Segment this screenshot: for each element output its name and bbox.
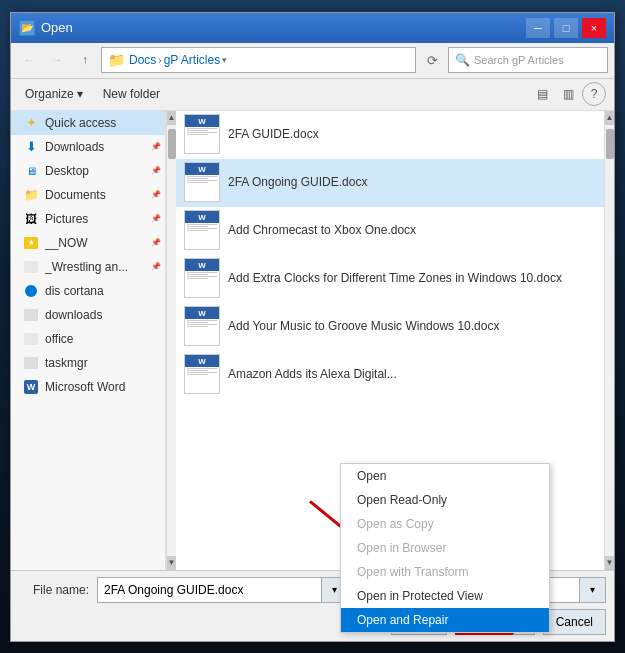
search-icon: 🔍 [455,53,470,67]
downloads2-icon [23,307,39,323]
pin-icon-pics: 📌 [151,214,161,223]
filename-input[interactable]: 2FA Ongoing GUIDE.docx [97,577,322,603]
organize-button[interactable]: Organize ▾ [19,82,89,106]
dropdown-item-copy: Open as Copy [341,512,549,536]
sidebar-scrollbar: ▲ ▼ [166,111,176,570]
breadcrumb: Docs › gP Articles ▾ [129,53,227,67]
now-icon: ★ [23,235,39,251]
new-folder-button[interactable]: New folder [97,82,166,106]
address-bar[interactable]: 📁 Docs › gP Articles ▾ [101,47,416,73]
sidebar-item-desktop[interactable]: 🖥 Desktop 📌 [11,159,165,183]
file-icon-6: W [184,354,220,394]
desktop-icon: 🖥 [23,163,39,179]
dropdown-item-open[interactable]: Open [341,464,549,488]
search-placeholder: Search gP Articles [474,54,564,66]
pin-icon: 📌 [151,142,161,151]
nav-toolbar: ← → ↑ 📁 Docs › gP Articles ▾ ⟳ 🔍 Search … [11,43,614,79]
sidebar-item-wrestling[interactable]: _Wrestling an... 📌 [11,255,165,279]
search-box[interactable]: 🔍 Search gP Articles [448,47,608,73]
sidebar-item-now[interactable]: ★ __NOW 📌 [11,231,165,255]
file-item-4[interactable]: W Add Extra Clocks for Different Time Zo… [176,255,604,303]
dialog-title: Open [41,20,526,35]
refresh-button[interactable]: ⟳ [420,48,444,72]
view-toggle-button[interactable]: ▤ [530,82,554,106]
sidebar-item-taskmgr[interactable]: taskmgr [11,351,165,375]
sidebar-scroll-down[interactable]: ▼ [167,556,177,570]
word-icon: W [23,379,39,395]
open-dropdown-menu: Open Open Read-Only Open as Copy Open in… [340,463,550,633]
filename-label: File name: [19,583,89,597]
cancel-button[interactable]: Cancel [543,609,606,635]
office-icon [23,331,39,347]
sidebar-item-documents[interactable]: 📁 Documents 📌 [11,183,165,207]
up-button[interactable]: ↑ [73,48,97,72]
quick-access-icon: ✦ [23,115,39,131]
file-item-1[interactable]: W 2FA GUIDE.docx [176,111,604,159]
forward-button[interactable]: → [45,48,69,72]
sidebar-item-downloads2[interactable]: downloads [11,303,165,327]
sidebar-scroll-up[interactable]: ▲ [167,111,177,125]
sidebar-item-downloads[interactable]: ⬇ Downloads 📌 [11,135,165,159]
filelist-scroll-up[interactable]: ▲ [605,111,615,125]
dialog-icon: 📂 [19,20,35,36]
file-icon-4: W [184,258,220,298]
file-icon-2: W [184,162,220,202]
file-icon-5: W [184,306,220,346]
sidebar-item-quick-access[interactable]: ✦ Quick access [11,111,165,135]
dropdown-item-repair[interactable]: Open and Repair [341,608,549,632]
breadcrumb-docs[interactable]: Docs [129,53,156,67]
dropdown-item-transform: Open with Transform [341,560,549,584]
filelist-scroll-down[interactable]: ▼ [605,556,615,570]
downloads-icon: ⬇ [23,139,39,155]
file-item-5[interactable]: W Add Your Music to Groove Music Windows… [176,303,604,351]
documents-icon: 📁 [23,187,39,203]
pin-icon-now: 📌 [151,238,161,247]
sidebar-scroll-thumb[interactable] [168,129,176,159]
pictures-icon: 🖼 [23,211,39,227]
file-item-6[interactable]: W Amazon Adds its Alexa Digital... [176,351,604,399]
sidebar-item-cortana[interactable]: dis cortana [11,279,165,303]
open-dialog: 📂 Open ─ □ × ← → ↑ 📁 Docs › gP Articles … [10,12,615,642]
file-item-2[interactable]: W 2FA Ongoing GUIDE.docx [176,159,604,207]
pin-icon-wrest: 📌 [151,262,161,271]
folder-icon: 📁 [108,52,125,68]
minimize-button[interactable]: ─ [526,18,550,38]
sidebar-item-word[interactable]: W Microsoft Word [11,375,165,399]
cortana-icon [23,283,39,299]
breadcrumb-gp[interactable]: gP Articles [164,53,220,67]
filetype-dropdown[interactable]: ▾ [580,577,606,603]
wrestling-icon [23,259,39,275]
titlebar: 📂 Open ─ □ × [11,13,614,43]
dropdown-item-browser: Open in Browser [341,536,549,560]
help-button[interactable]: ? [582,82,606,106]
taskmgr-icon [23,355,39,371]
file-icon: W [184,114,220,154]
sidebar: ✦ Quick access ⬇ Downloads 📌 🖥 Desktop 📌 [11,111,166,570]
close-button[interactable]: × [582,18,606,38]
dropdown-item-protected[interactable]: Open in Protected View [341,584,549,608]
sidebar-item-pictures[interactable]: 🖼 Pictures 📌 [11,207,165,231]
maximize-button[interactable]: □ [554,18,578,38]
back-button[interactable]: ← [17,48,41,72]
filelist-scroll-thumb[interactable] [606,129,614,159]
window-controls: ─ □ × [526,18,606,38]
view-controls: ▤ ▥ ? [530,82,606,106]
filelist-scrollbar: ▲ ▼ [604,111,614,570]
second-toolbar: Organize ▾ New folder ▤ ▥ ? [11,79,614,111]
file-item-3[interactable]: W Add Chromecast to Xbox One.docx [176,207,604,255]
pin-icon-docs: 📌 [151,190,161,199]
sidebar-item-office[interactable]: office [11,327,165,351]
pin-icon-desktop: 📌 [151,166,161,175]
file-icon-3: W [184,210,220,250]
dropdown-item-readonly[interactable]: Open Read-Only [341,488,549,512]
view-split-button[interactable]: ▥ [556,82,580,106]
